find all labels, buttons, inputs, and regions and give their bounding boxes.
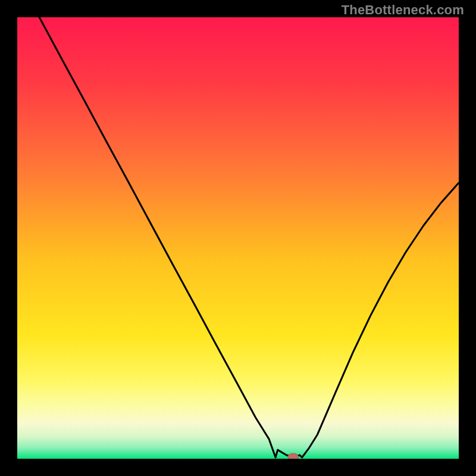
gradient-background <box>17 17 459 459</box>
bottleneck-chart <box>17 17 459 459</box>
optimal-point-marker <box>288 453 299 459</box>
watermark-text: TheBottleneck.com <box>342 2 464 18</box>
chart-frame: TheBottleneck.com <box>0 0 476 476</box>
